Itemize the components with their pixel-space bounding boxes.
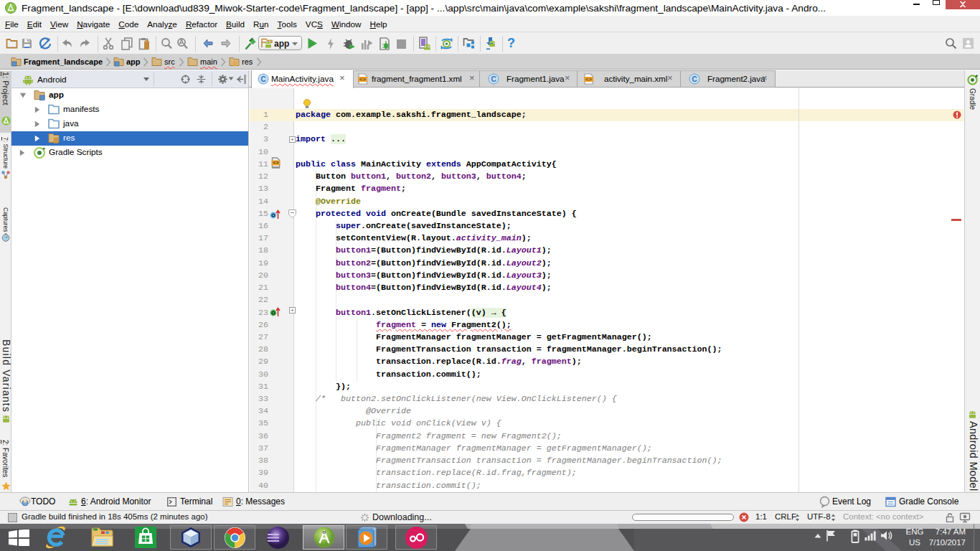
svg-text:C: C [692,75,697,83]
svg-text:C: C [491,75,496,83]
svg-text:C: C [260,75,265,83]
svg-text:<>: <> [273,160,278,166]
svg-text:<>: <> [585,77,593,83]
svg-text:<>: <> [359,77,367,83]
